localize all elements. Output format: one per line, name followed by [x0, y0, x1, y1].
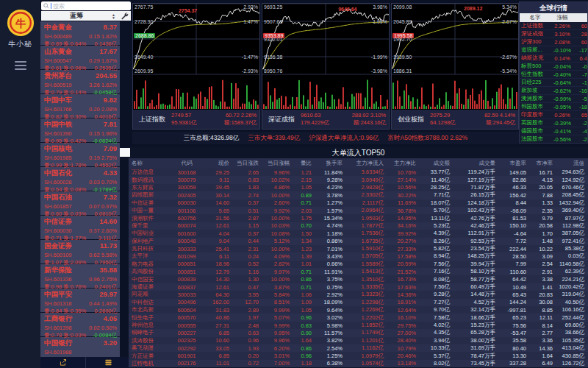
inflow-cell: 10.00%: [262, 276, 293, 283]
tab-bluechip[interactable]: 蓝筹: [41, 11, 112, 21]
global-market-row[interactable]: 德国股市-0.41%-4: [520, 127, 587, 135]
inflow-table-row[interactable]: 格力电器00065118.960.522.82%1.010.66%1.5589亿…: [129, 261, 588, 268]
inflow-cell: 000851: [168, 269, 205, 275]
inflow-table-row[interactable]: 中信证券60003014.600.372.60%0.711.27%2.1117亿…: [129, 199, 588, 207]
global-market-row[interactable]: 沪深3002.08%60: [520, 38, 587, 46]
sort-arrows-icon[interactable]: ▲▼: [112, 13, 115, 19]
global-market-row[interactable]: 英国股市-0.39%-2: [520, 119, 587, 127]
stock-code: SH.600519: [44, 82, 72, 88]
inflow-table-row[interactable]: 神州信息00055527.312.489.99%0.835.98%1.1852亿…: [129, 322, 588, 329]
global-market-row[interactable]: 韩国股市-0.95%-18: [520, 103, 587, 111]
global-market-row[interactable]: 恒生指数-0.40%-7: [520, 71, 587, 79]
inflow-col-10: 成交量: [453, 160, 499, 167]
search-input[interactable]: [53, 3, 104, 10]
index-chart-上证指数[interactable]: 2767.752728.302649.402609.952.93%1.47%-1…: [132, 3, 260, 130]
inflow-table-row[interactable]: 中国铝业6016004.040.3710.08%1.501.18%1.7536亿…: [129, 230, 588, 237]
inflow-cell: 9.96%: [262, 169, 293, 176]
index-chart-深证成指[interactable]: 9693.259507.639322.019136.388950.763.98%…: [262, 3, 390, 130]
inflow-cell: 9.79: [530, 215, 556, 222]
inflow-cell: 2.60%: [262, 199, 293, 206]
layers-button[interactable]: [86, 357, 131, 368]
global-market-row[interactable]: 上证指数2.26%60: [520, 22, 587, 30]
inflow-cell: 4.04: [205, 230, 233, 237]
inflow-table-row[interactable]: 中信国安00083914.301.3010.00%0.863.75%1.3510…: [129, 275, 588, 283]
inflow-table-panel: 大单流入TOP50 名称代码现价当日涨跌当日涨幅量比换手率主力净流入主力净比成交…: [129, 147, 588, 368]
inflow-cell: 1.15: [233, 222, 262, 229]
inflow-table-row[interactable]: 中科创达300496162.0012.708.51%1.0918.09%1.22…: [129, 299, 588, 306]
inflow-cell: 高鸿股份: [129, 268, 168, 275]
inflow-table-row[interactable]: 洪涛股份00232510.600.969.96%1.643.82%1.1201亿…: [129, 337, 588, 344]
watchlist-item[interactable]: 贵州茅台204.55SH.6005193.26 1.62%量:0.79 换:0.…: [40, 70, 120, 93]
global-market-row[interactable]: 印度股市0.26%65: [520, 111, 587, 119]
inflow-table-row[interactable]: 江特电机00217611.010.727.00%1.186.38%1.0574亿…: [129, 360, 588, 367]
stock-price: 14.60: [99, 217, 117, 227]
inflow-table-row[interactable]: 方正证券6019016.850.203.01%0.961.25%1.0979亿2…: [129, 352, 588, 359]
stock-price: 9.82: [104, 96, 118, 105]
watchlist-item[interactable]: 中国中车9.82SH.6017660.20 2.08%量:0.82 换:0.30…: [40, 94, 120, 118]
inflow-cell: 124.18万手: [453, 199, 499, 207]
inflow-table-row[interactable]: 高鸿股份00085112.791.169.97%0.7111.91%1.5413…: [129, 268, 588, 275]
global-market-row[interactable]: 澳洲股市-0.99%-5: [520, 95, 587, 103]
inflow-cell: 四维图新: [129, 191, 168, 199]
inflow-table-row[interactable]: 奥飞动漫00229233.051.936.20%0.862.54%1.1162亿…: [129, 344, 588, 352]
inflow-cell: 6.85: [205, 353, 233, 359]
inflow-table-row[interactable]: 中国一重6011065.650.519.92%2.031.57%2.0964亿3…: [129, 207, 588, 214]
inflow-cell: 6.85: [205, 330, 233, 336]
wrench-icon[interactable]: [120, 12, 129, 21]
inflow-cell: 81.53: [499, 215, 530, 222]
watchlist-item[interactable]: 中国中铁7.81SH.6013900.15 1.96%量:0.95 换:0.42…: [40, 118, 120, 142]
watchlist-item[interactable]: 中国平安29.97SH.6013180.44 1.49%量:0.84 换:0.3…: [40, 289, 120, 312]
inflow-cell: 601901: [168, 353, 205, 359]
inflow-cell: 市北高新: [129, 306, 168, 314]
index-chart-创业板指[interactable]: 2099.082045.891992.701939.501886.315.34%…: [391, 3, 519, 130]
inflow-table-row[interactable]: 同花顺30003364.303.555.84%1.062.92%1.3323亿1…: [129, 291, 588, 298]
inflow-cell: 000227: [168, 330, 205, 336]
watchlist-item[interactable]: 工商银行4.05SH.6013980.02 0.50%量:0.78 换:0.03…: [40, 313, 120, 336]
watchlist-item[interactable]: 山东黄金17.67SH.6005470.29 1.67%量:0.61 换:0.0…: [40, 46, 120, 69]
watchlist-item[interactable]: 国金证券11.73SH.6001090.62 5.58%量:1.07 换:2.0…: [40, 240, 120, 263]
watchlist-item[interactable]: 中国核电7.09SH.6019850.19 2.75%量:0.99 换:1.78…: [40, 143, 120, 166]
inflow-cell: 2.77: [530, 330, 556, 336]
stock-name: 中国石化: [44, 169, 72, 178]
inflow-table-row[interactable]: 万达信息30016829.252.659.96%1.2111.84%3.6334…: [129, 169, 588, 176]
inflow-table-row[interactable]: 太平洋6010996.110.244.09%1.393.43%1.5705亿17…: [129, 252, 588, 260]
inflow-table-row[interactable]: 恒生电子60057040.861.975.07%0.963.02%1.2202亿…: [129, 314, 588, 321]
inflow-cell: 保利地产: [129, 238, 168, 245]
menu-icon[interactable]: [15, 61, 26, 70]
global-panel-title: 全球行情: [520, 2, 587, 13]
inflow-table-row[interactable]: 保利地产6000489.040.445.12%1.340.86%1.6735亿2…: [129, 238, 588, 245]
inflow-cell: 2.54: [530, 261, 556, 267]
search-box[interactable]: [41, 1, 131, 10]
global-market-row[interactable]: 纳斯达克0.14%6.4: [520, 54, 587, 63]
share-button[interactable]: [40, 357, 86, 368]
inflow-table-row[interactable]: 保千里60007412.611.1510.03%0.704.74%1.7877亿…: [129, 222, 588, 230]
sidebar-bottom-bar: [40, 357, 131, 368]
inflow-table-row[interactable]: 兆日科技30033325.412.3110.00%1.237.01%1.5910…: [129, 245, 588, 252]
global-market-pct: 3.10%: [551, 31, 574, 38]
inflow-cell: 387.05亿: [556, 230, 588, 237]
inflow-cell: 65.43: [499, 291, 530, 298]
inflow-table-row[interactable]: 浪潮软件60075631.562.8710.00%1.7515.34%1.959…: [129, 214, 588, 222]
inflow-cell: 9.64%: [315, 307, 346, 314]
inflow-table-row[interactable]: 市北高新60060431.832.899.99%1.059.64%1.2269亿…: [129, 306, 588, 314]
watchlist-item[interactable]: 中金黄金8.37SH.6004890.15 1.82%量:0.89 换:0.64…: [40, 21, 120, 45]
stock-code: SH.601390: [44, 130, 72, 137]
global-market-row[interactable]: 道琼斯...-0.10%-17: [520, 46, 587, 54]
global-market-row[interactable]: 法国股市-0.56%-2: [520, 135, 587, 144]
watchlist-item[interactable]: 中国银行3.20SH.601988: [40, 337, 120, 357]
global-market-row[interactable]: 新加坡-0.62%-16: [520, 87, 587, 95]
inflow-table-row[interactable]: 东方财富30005939.451.834.86%1.054.23%2.9828亿…: [129, 184, 588, 191]
watchlist-item[interactable]: 中国石油7.32SH.6018570.07 0.97%量:0.60 换:0.03…: [40, 191, 120, 215]
global-market-row[interactable]: 标普500-0.04%-0: [520, 63, 587, 71]
watchlist-item[interactable]: 新华保险35.88SH.6013360.96 2.75%量:0.98 换:0.7…: [40, 264, 120, 288]
global-market-row[interactable]: 深证成指3.10%28: [520, 30, 587, 38]
inflow-table-row[interactable]: 海通证券60083712.610.473.87%0.710.75%1.3335亿…: [129, 283, 588, 291]
inflow-cell: 15.23万手: [453, 322, 499, 329]
global-market-row[interactable]: 日经225-0.64%-1: [520, 79, 587, 87]
watchlist-item[interactable]: 中信证券14.60SH.6000300.37 2.60%量:0.71 换:1.2…: [40, 216, 120, 239]
watchlist-item[interactable]: 中国石化4.33SH.6000280.03 0.70%量:0.54 换:0.08…: [40, 167, 120, 191]
inflow-table-row[interactable]: 数码视讯3000799.110.8310.02%2.159.28%3.0949亿…: [129, 176, 588, 183]
inflow-table-row[interactable]: 四维图新00240530.142.7410.00%0.893.78%2.3302…: [129, 191, 588, 199]
inflow-cell: 670.46亿: [556, 184, 588, 191]
inflow-table-row[interactable]: 铜峰电子0002276.850.639.95%0.9011.57%1.1749亿…: [129, 329, 588, 336]
